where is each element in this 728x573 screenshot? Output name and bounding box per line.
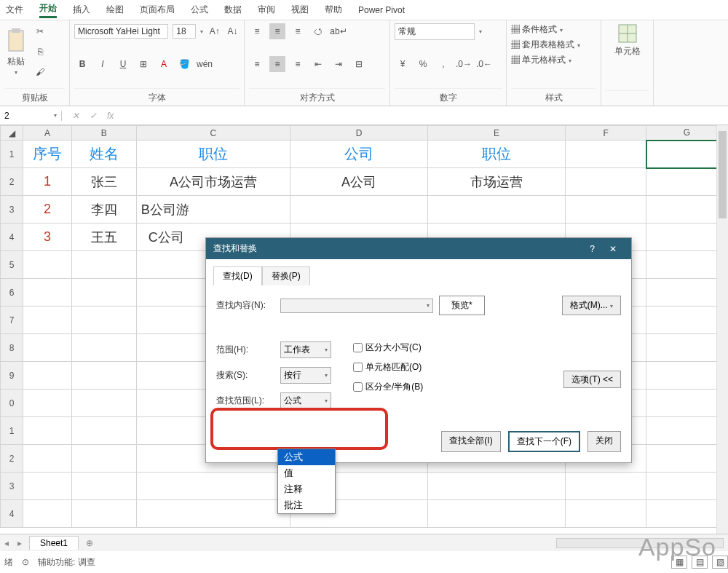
confirm-icon[interactable]: ✓ [90, 111, 97, 121]
menu-draw[interactable]: 绘图 [106, 4, 124, 16]
menu-review[interactable]: 审阅 [258, 4, 275, 16]
col-C[interactable]: C [136, 126, 290, 141]
dropdown-item[interactable]: 注释 [278, 481, 335, 497]
cell[interactable]: A公司 [290, 168, 428, 196]
dropdown-item[interactable]: 公式 [278, 449, 335, 465]
add-sheet-icon[interactable]: ⊕ [79, 538, 100, 548]
tab-nav-prev[interactable]: ◂ [0, 538, 13, 548]
format-button[interactable]: 格式(M)... ▾ [562, 296, 621, 315]
menu-layout[interactable]: 页面布局 [140, 4, 175, 16]
select-all[interactable]: ◢ [1, 126, 23, 141]
cell[interactable] [566, 141, 646, 168]
cell[interactable]: 王五 [71, 224, 136, 251]
col-F[interactable]: F [566, 126, 646, 141]
align-right-icon[interactable]: ≡ [290, 56, 306, 72]
cell[interactable]: 职位 [136, 141, 290, 168]
wrap-text-icon[interactable]: ab↵ [331, 23, 347, 39]
cell[interactable]: 市场运营 [428, 168, 566, 196]
col-G[interactable]: G [646, 126, 727, 141]
comma-icon[interactable]: , [435, 56, 451, 72]
indent-dec-icon[interactable]: ⇤ [310, 56, 326, 72]
sheet-tab[interactable]: Sheet1 [29, 536, 79, 550]
col-B[interactable]: B [71, 126, 136, 141]
lookin-select[interactable]: 公式▾ [280, 392, 331, 409]
align-center-icon[interactable]: ≡ [269, 56, 285, 72]
number-format-select[interactable]: 常规 [395, 23, 475, 40]
find-content-input[interactable]: ▾ [280, 299, 433, 313]
table-format-button[interactable]: ▦ 套用表格格式 ▾ [511, 39, 596, 51]
dialog-help-icon[interactable]: ? [582, 244, 602, 254]
cell[interactable]: 李四 [71, 196, 136, 224]
cell-style-button[interactable]: ▦ 单元格样式 ▾ [511, 54, 596, 66]
cell[interactable]: 张三 [71, 168, 136, 196]
dialog-close-icon[interactable]: ✕ [602, 244, 624, 254]
copy-icon[interactable]: ⎘ [32, 44, 48, 60]
col-A[interactable]: A [23, 126, 72, 141]
match-case-checkbox[interactable] [353, 343, 363, 352]
decimal-dec-icon[interactable]: .0← [476, 56, 492, 72]
menu-view[interactable]: 视图 [291, 4, 309, 16]
font-color-icon[interactable]: A [156, 56, 172, 72]
preview-button[interactable]: 预览* [439, 296, 485, 315]
fx-icon[interactable]: fx [107, 111, 114, 121]
tab-nav-next[interactable]: ▸ [13, 538, 26, 548]
find-next-button[interactable]: 查找下一个(F) [508, 431, 580, 452]
match-width-checkbox[interactable] [353, 382, 363, 392]
scope-select[interactable]: 工作表▾ [280, 341, 331, 358]
underline-button[interactable]: U [115, 56, 131, 72]
cut-icon[interactable]: ✂ [32, 23, 48, 39]
font-shrink-icon[interactable]: A↓ [226, 23, 240, 39]
cell[interactable]: 2 [23, 196, 72, 224]
cell[interactable]: 1 [23, 168, 72, 196]
decimal-inc-icon[interactable]: .0→ [456, 56, 472, 72]
cell[interactable]: B公司游 [136, 196, 290, 224]
cell[interactable]: 公司 [290, 141, 428, 168]
menu-data[interactable]: 数据 [224, 4, 242, 16]
menu-formula[interactable]: 公式 [191, 4, 208, 16]
find-all-button[interactable]: 查找全部(I) [441, 431, 500, 452]
orientation-icon[interactable]: ⭯ [310, 23, 326, 39]
currency-icon[interactable]: ¥ [395, 56, 411, 72]
indent-inc-icon[interactable]: ⇥ [331, 56, 347, 72]
align-middle-icon[interactable]: ≡ [269, 23, 285, 39]
menu-help[interactable]: 帮助 [325, 4, 342, 16]
cell[interactable]: 姓名 [71, 141, 136, 168]
conditional-format-button[interactable]: ▦ 条件格式 ▾ [511, 23, 596, 36]
options-button[interactable]: 选项(T) << [563, 371, 621, 388]
tab-find[interactable]: 查找(D) [213, 266, 262, 285]
dropdown-item[interactable]: 批注 [278, 497, 335, 513]
accessibility-icon[interactable]: ⊙ [22, 557, 29, 567]
align-top-icon[interactable]: ≡ [249, 23, 265, 39]
menu-file[interactable]: 文件 [6, 4, 23, 16]
font-grow-icon[interactable]: A↑ [207, 23, 221, 39]
phonetic-icon[interactable]: wén [197, 56, 213, 72]
dropdown-item[interactable]: 值 [278, 465, 335, 481]
cell[interactable]: 序号 [23, 141, 72, 168]
menu-home[interactable]: 开始 [39, 2, 57, 18]
font-size-select[interactable]: 18 [173, 24, 196, 39]
close-button[interactable]: 关闭 [587, 431, 621, 452]
name-box[interactable]: 2▾ [0, 111, 62, 121]
bold-button[interactable]: B [74, 56, 90, 72]
cancel-icon[interactable]: ✕ [72, 111, 79, 121]
italic-button[interactable]: I [95, 56, 111, 72]
search-select[interactable]: 按行▾ [280, 367, 331, 384]
vertical-scrollbar[interactable] [716, 125, 728, 534]
percent-icon[interactable]: % [415, 56, 431, 72]
active-cell[interactable] [646, 141, 727, 168]
paste-button[interactable]: 粘贴▾ [4, 28, 28, 76]
cells-button[interactable]: 单元格 [606, 23, 649, 58]
fill-color-icon[interactable]: 🪣 [176, 56, 192, 72]
align-bottom-icon[interactable]: ≡ [290, 23, 306, 39]
cell[interactable]: 3 [23, 224, 72, 251]
match-cell-checkbox[interactable] [353, 363, 363, 372]
border-icon[interactable]: ⊞ [135, 56, 151, 72]
cell[interactable]: A公司市场运营 [136, 168, 290, 196]
menu-powerpivot[interactable]: Power Pivot [358, 5, 405, 15]
format-painter-icon[interactable]: 🖌 [32, 64, 48, 80]
align-left-icon[interactable]: ≡ [249, 56, 265, 72]
col-D[interactable]: D [290, 126, 428, 141]
cell[interactable]: 职位 [428, 141, 566, 168]
col-E[interactable]: E [428, 126, 566, 141]
tab-replace[interactable]: 替换(P) [262, 266, 310, 285]
